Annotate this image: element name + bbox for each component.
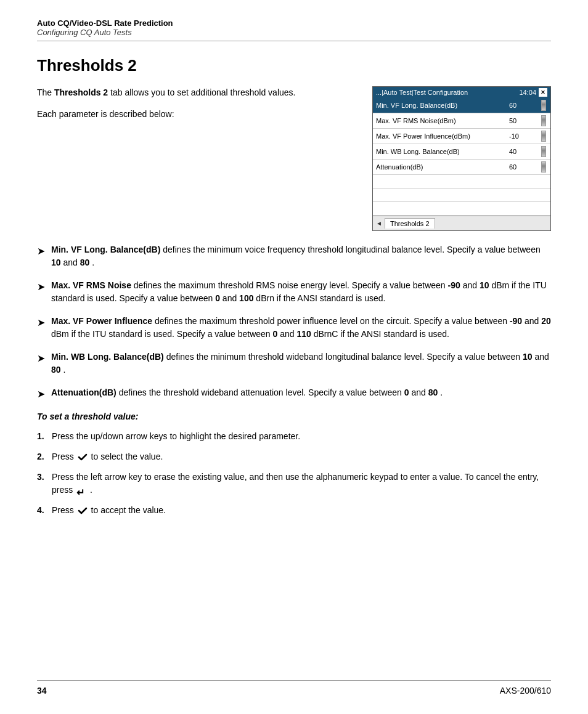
bullet-section: ➤ Min. VF Long. Balance(dB) defines the … [37,243,551,402]
scrollbar-2[interactable] [541,115,546,126]
bullet-content-2: Max. VF RMS Noise defines the maximum th… [51,279,551,305]
bullet-2-val3: 0 [215,293,220,303]
bullet-5-def: defines the threshold wideband attenuati… [119,387,404,397]
device-row-empty-2 [373,189,550,202]
scrollbar-4[interactable] [541,146,546,157]
intro-p1-bold: Thresholds 2 [54,87,108,97]
step-number-1: 1. [37,430,52,443]
device-row-empty-1 [373,175,550,189]
bullet-4-mid: and [534,352,549,362]
header-divider [37,41,551,41]
bullet-content-1: Min. VF Long. Balance(dB) defines the mi… [51,243,551,269]
checkmark-icon-step2 [78,452,88,462]
device-header: ...|Auto Test|Test Configuration 14:04 ✕ [373,87,550,98]
device-row-empty-3 [373,202,550,216]
bullet-5-suffix: . [440,387,443,397]
step-item-2: 2. Press to select the value. [37,450,551,463]
step-number-2: 2. [37,450,52,463]
device-row-3-scroll [540,131,547,142]
device-row-3[interactable]: Max. VF Power Influence(dBm) -10 [373,129,550,144]
device-row-1-label: Min. VF Long. Balance(dB) [376,102,509,109]
device-row-1-scroll [540,100,547,111]
device-row-3-label: Max. VF Power Influence(dBm) [376,132,509,140]
device-row-4-value: 40 [509,148,540,155]
footer-doc-name: AXS-200/610 [500,686,551,696]
intro-p1-prefix: The [37,87,54,97]
footer-page-number: 34 [37,686,47,696]
device-row-4-label: Min. WB Long. Balance(dB) [376,148,509,155]
bullet-3-mid2: and [280,329,296,339]
bullet-item-2: ➤ Max. VF RMS Noise defines the maximum … [37,279,551,305]
bullet-5-term: Attenuation(dB) [51,387,116,397]
device-header-title: ...|Auto Test|Test Configuration [376,89,468,96]
bullet-2-term: Max. VF RMS Noise [51,280,131,290]
step-2-prefix: Press [52,452,76,461]
bullet-3-mid: and [525,316,541,326]
bullet-content-3: Max. VF Power Influence defines the maxi… [51,315,551,341]
scrollbar-1[interactable] [541,100,546,111]
device-tab-area: ◄ Thresholds 2 [373,216,550,230]
bullet-2-val4: 100 [239,293,253,303]
bullet-5-mid: and [411,387,428,397]
device-row-1-value: 60 [509,102,540,109]
intro-text: The Thresholds 2 tab allows you to set a… [37,86,360,231]
step-2-suffix: to select the value. [91,452,163,461]
intro-paragraph-2: Each parameter is described below: [37,108,360,121]
bullet-3-val4: 110 [296,329,311,339]
bullet-3-suffix3: dBrnC if the ANSI standard is used. [314,329,449,339]
bullet-2-mid: and [463,280,480,290]
step-number-4: 4. [37,504,52,517]
page-container: Auto CQ/Video-DSL Rate Prediction Config… [0,0,588,714]
device-row-5-scroll [540,161,547,172]
bullet-2-mid2: and [223,293,239,303]
device-row-2-label: Max. VF RMS Noise(dBm) [376,117,509,124]
step-3-prefix: Press the left arrow key to erase the ex… [52,472,539,495]
bullet-1-def: defines the minimum voice frequency thre… [163,245,540,254]
bullet-item-3: ➤ Max. VF Power Influence defines the ma… [37,315,551,341]
device-nav-arrow-left[interactable]: ◄ [376,220,382,227]
bullet-2-suffix3: dBrn if the ANSI standard is used. [256,293,385,303]
bullet-4-def: defines the minimum threshold wideband l… [166,352,523,362]
bullet-4-term: Min. WB Long. Balance(dB) [51,352,164,362]
step-content-1: Press the up/down arrow keys to highligh… [52,430,551,443]
bullet-content-5: Attenuation(dB) defines the threshold wi… [51,386,443,399]
bullet-2-val1: -90 [448,280,460,290]
step-content-3: Press the left arrow key to erase the ex… [52,471,551,497]
bullet-4-val2: 80 [51,365,61,375]
scrollbar-3[interactable] [541,131,546,142]
device-time: 14:04 [519,89,536,96]
bullet-arrow-2: ➤ [37,280,45,294]
device-row-2-scroll [540,115,547,126]
intro-paragraph-1: The Thresholds 2 tab allows you to set a… [37,86,360,99]
bullet-content-4: Min. WB Long. Balance(dB) defines the mi… [51,351,551,376]
device-row-3-value: -10 [509,132,540,140]
intro-section: The Thresholds 2 tab allows you to set a… [37,86,551,231]
device-row-1[interactable]: Min. VF Long. Balance(dB) 60 [373,98,550,113]
scrollbar-5[interactable] [541,161,546,172]
bullet-arrow-5: ➤ [37,387,45,402]
bullet-3-val1: -90 [510,316,522,326]
step-item-1: 1. Press the up/down arrow keys to highl… [37,430,551,443]
step-4-prefix: Press [52,505,76,515]
device-row-5-label: Attenuation(dB) [376,163,509,171]
device-close-button[interactable]: ✕ [539,88,547,97]
step-content-4: Press to accept the value. [52,504,551,517]
bullet-1-term: Min. VF Long. Balance(dB) [51,245,160,254]
procedure-section: To set a threshold value: 1. Press the u… [37,412,551,517]
device-tab-thresholds2[interactable]: Thresholds 2 [385,218,435,229]
device-row-5[interactable]: Attenuation(dB) 60 [373,160,550,175]
bullet-3-val3: 0 [273,329,278,339]
device-tab-label: Thresholds 2 [390,220,430,227]
device-row-2[interactable]: Max. VF RMS Noise(dBm) 50 [373,113,550,129]
bullet-4-suffix: . [63,365,65,375]
device-row-4[interactable]: Min. WB Long. Balance(dB) 40 [373,144,550,160]
bullet-3-term: Max. VF Power Influence [51,316,152,326]
bullet-3-suffix2: dBm if the ITU standard is used. Specify… [51,329,273,339]
numbered-steps: 1. Press the up/down arrow keys to highl… [37,430,551,517]
bullet-arrow-4: ➤ [37,351,45,366]
device-screenshot: ...|Auto Test|Test Configuration 14:04 ✕… [372,86,551,231]
intro-p1-suffix: tab allows you to set additional thresho… [108,87,295,97]
bullet-arrow-3: ➤ [37,315,45,330]
device-row-2-value: 50 [509,117,540,124]
bullet-2-def: defines the maximum threshold RMS noise … [134,280,448,290]
